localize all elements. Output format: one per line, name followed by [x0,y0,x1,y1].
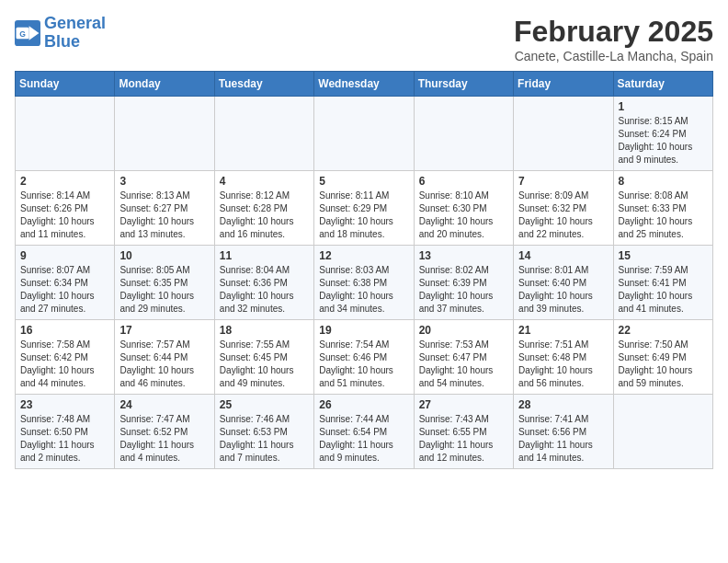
day-info: Sunrise: 8:02 AM Sunset: 6:39 PM Dayligh… [419,264,508,316]
logo: G General Blue [15,15,106,52]
day-number: 6 [419,175,508,188]
calendar-cell: 5Sunrise: 8:11 AM Sunset: 6:29 PM Daylig… [314,171,414,246]
calendar-week-row: 1Sunrise: 8:15 AM Sunset: 6:24 PM Daylig… [16,97,713,171]
day-info: Sunrise: 8:11 AM Sunset: 6:29 PM Dayligh… [319,190,408,241]
calendar-cell: 12Sunrise: 8:03 AM Sunset: 6:38 PM Dayli… [314,246,414,320]
calendar-cell [613,395,712,469]
day-number: 5 [319,175,408,188]
calendar-cell [314,97,414,171]
calendar-week-row: 9Sunrise: 8:07 AM Sunset: 6:34 PM Daylig… [16,246,713,320]
day-info: Sunrise: 8:04 AM Sunset: 6:36 PM Dayligh… [220,264,309,316]
calendar-cell: 6Sunrise: 8:10 AM Sunset: 6:30 PM Daylig… [414,171,513,246]
calendar-cell: 27Sunrise: 7:43 AM Sunset: 6:55 PM Dayli… [414,395,513,469]
day-info: Sunrise: 8:08 AM Sunset: 6:33 PM Dayligh… [619,190,708,241]
day-number: 14 [518,249,608,262]
day-number: 26 [319,398,408,411]
calendar-cell: 22Sunrise: 7:50 AM Sunset: 6:49 PM Dayli… [613,320,712,395]
calendar-header: SundayMondayTuesdayWednesdayThursdayFrid… [16,72,713,97]
day-number: 9 [20,249,109,262]
calendar-cell: 26Sunrise: 7:44 AM Sunset: 6:54 PM Dayli… [314,395,414,469]
month-title: February 2025 [514,15,713,49]
calendar-cell: 3Sunrise: 8:13 AM Sunset: 6:27 PM Daylig… [115,171,214,246]
day-number: 18 [220,324,309,337]
weekday-header: Sunday [16,72,115,97]
weekday-header: Wednesday [314,72,414,97]
day-info: Sunrise: 8:03 AM Sunset: 6:38 PM Dayligh… [319,264,408,316]
calendar-cell: 7Sunrise: 8:09 AM Sunset: 6:32 PM Daylig… [514,171,613,246]
day-info: Sunrise: 8:07 AM Sunset: 6:34 PM Dayligh… [20,264,109,316]
day-info: Sunrise: 7:41 AM Sunset: 6:56 PM Dayligh… [518,413,608,465]
calendar-cell: 14Sunrise: 8:01 AM Sunset: 6:40 PM Dayli… [514,246,613,320]
day-number: 7 [518,175,608,188]
day-info: Sunrise: 7:59 AM Sunset: 6:41 PM Dayligh… [619,264,708,316]
day-info: Sunrise: 8:15 AM Sunset: 6:24 PM Dayligh… [619,115,708,167]
day-info: Sunrise: 7:44 AM Sunset: 6:54 PM Dayligh… [319,413,408,465]
day-info: Sunrise: 7:54 AM Sunset: 6:46 PM Dayligh… [319,339,408,390]
day-number: 10 [119,249,209,262]
day-info: Sunrise: 7:43 AM Sunset: 6:55 PM Dayligh… [419,413,508,465]
day-info: Sunrise: 7:51 AM Sunset: 6:48 PM Dayligh… [518,339,608,390]
calendar-cell [16,97,115,171]
calendar-cell [214,97,313,171]
day-info: Sunrise: 7:55 AM Sunset: 6:45 PM Dayligh… [220,339,309,390]
calendar-cell: 24Sunrise: 7:47 AM Sunset: 6:52 PM Dayli… [115,395,214,469]
calendar-cell: 20Sunrise: 7:53 AM Sunset: 6:47 PM Dayli… [414,320,513,395]
calendar-cell: 11Sunrise: 8:04 AM Sunset: 6:36 PM Dayli… [214,246,313,320]
calendar-cell [115,97,214,171]
day-info: Sunrise: 7:46 AM Sunset: 6:53 PM Dayligh… [220,413,309,465]
logo-text: General Blue [44,15,106,52]
day-number: 17 [119,324,209,337]
calendar-cell: 1Sunrise: 8:15 AM Sunset: 6:24 PM Daylig… [613,97,712,171]
day-info: Sunrise: 7:48 AM Sunset: 6:50 PM Dayligh… [20,413,109,465]
day-number: 11 [220,249,309,262]
calendar-cell: 21Sunrise: 7:51 AM Sunset: 6:48 PM Dayli… [514,320,613,395]
day-number: 8 [619,175,708,188]
weekday-header: Friday [514,72,613,97]
day-info: Sunrise: 7:53 AM Sunset: 6:47 PM Dayligh… [419,339,508,390]
location: Canete, Castille-La Mancha, Spain [514,49,713,63]
weekday-header: Monday [115,72,214,97]
day-info: Sunrise: 7:57 AM Sunset: 6:44 PM Dayligh… [119,339,209,390]
calendar-cell [514,97,613,171]
logo-icon: G [15,20,40,46]
calendar-cell: 8Sunrise: 8:08 AM Sunset: 6:33 PM Daylig… [613,171,712,246]
calendar-cell: 2Sunrise: 8:14 AM Sunset: 6:26 PM Daylig… [16,171,115,246]
calendar-cell: 28Sunrise: 7:41 AM Sunset: 6:56 PM Dayli… [514,395,613,469]
day-info: Sunrise: 8:01 AM Sunset: 6:40 PM Dayligh… [518,264,608,316]
calendar-cell: 18Sunrise: 7:55 AM Sunset: 6:45 PM Dayli… [214,320,313,395]
day-info: Sunrise: 8:05 AM Sunset: 6:35 PM Dayligh… [119,264,209,316]
calendar-week-row: 2Sunrise: 8:14 AM Sunset: 6:26 PM Daylig… [16,171,713,246]
day-number: 12 [319,249,408,262]
day-number: 23 [20,398,109,411]
day-number: 4 [220,175,309,188]
day-info: Sunrise: 8:09 AM Sunset: 6:32 PM Dayligh… [518,190,608,241]
day-number: 16 [20,324,109,337]
day-number: 15 [619,249,708,262]
calendar-week-row: 23Sunrise: 7:48 AM Sunset: 6:50 PM Dayli… [16,395,713,469]
day-number: 24 [119,398,209,411]
day-number: 1 [619,100,708,113]
calendar-cell: 9Sunrise: 8:07 AM Sunset: 6:34 PM Daylig… [16,246,115,320]
calendar-body: 1Sunrise: 8:15 AM Sunset: 6:24 PM Daylig… [16,97,713,469]
page-header: G General Blue February 2025 Canete, Cas… [15,15,713,63]
day-info: Sunrise: 7:50 AM Sunset: 6:49 PM Dayligh… [619,339,708,390]
day-number: 28 [518,398,608,411]
calendar-cell: 15Sunrise: 7:59 AM Sunset: 6:41 PM Dayli… [613,246,712,320]
day-number: 21 [518,324,608,337]
day-number: 2 [20,175,109,188]
day-number: 20 [419,324,508,337]
day-number: 22 [619,324,708,337]
day-info: Sunrise: 8:10 AM Sunset: 6:30 PM Dayligh… [419,190,508,241]
calendar-cell [414,97,513,171]
calendar-table: SundayMondayTuesdayWednesdayThursdayFrid… [15,71,713,469]
calendar-cell: 19Sunrise: 7:54 AM Sunset: 6:46 PM Dayli… [314,320,414,395]
calendar-cell: 17Sunrise: 7:57 AM Sunset: 6:44 PM Dayli… [115,320,214,395]
day-info: Sunrise: 7:47 AM Sunset: 6:52 PM Dayligh… [119,413,209,465]
calendar-cell: 4Sunrise: 8:12 AM Sunset: 6:28 PM Daylig… [214,171,313,246]
day-number: 3 [119,175,209,188]
day-number: 25 [220,398,309,411]
title-block: February 2025 Canete, Castille-La Mancha… [514,15,713,63]
day-info: Sunrise: 8:13 AM Sunset: 6:27 PM Dayligh… [119,190,209,241]
day-number: 27 [419,398,508,411]
day-number: 19 [319,324,408,337]
